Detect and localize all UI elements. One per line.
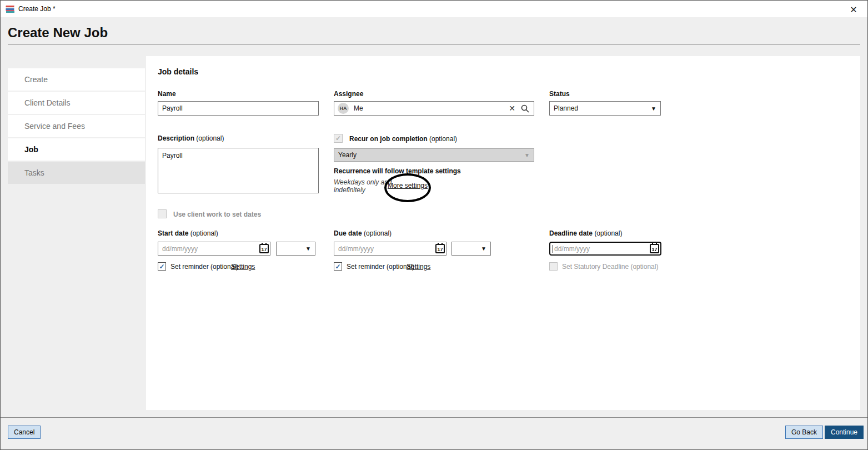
- recur-label-text: Recur on job completion: [349, 135, 428, 143]
- chevron-down-icon: ▼: [305, 246, 315, 252]
- window-title: Create Job *: [18, 5, 56, 13]
- clear-assignee-icon[interactable]: ✕: [509, 104, 515, 113]
- chevron-down-icon: ▼: [524, 152, 534, 158]
- description-optional-text: (optional): [196, 134, 224, 142]
- calendar-icon[interactable]: 17: [435, 244, 445, 253]
- check-icon: ✓: [335, 263, 340, 270]
- sidebar-item-job[interactable]: Job: [8, 138, 145, 161]
- job-details-panel: Job details Name Assignee Status HA Me ✕…: [146, 56, 860, 410]
- due-date-input[interactable]: [334, 242, 446, 256]
- deadline-date-label: Deadline date (optional): [549, 229, 622, 237]
- name-label: Name: [158, 90, 176, 98]
- recur-label: Recur on job completion (optional): [349, 135, 457, 143]
- assignee-value: Me: [354, 104, 509, 112]
- due-reminder-checkbox[interactable]: ✓: [334, 262, 342, 271]
- page-header: Create New Job: [1, 17, 867, 56]
- description-label-text: Description: [158, 134, 194, 142]
- check-icon: ✓: [335, 135, 341, 142]
- more-settings-link[interactable]: More settings: [388, 182, 428, 189]
- create-job-window: Create Job * ✕ Create New Job Create Cli…: [0, 0, 868, 450]
- start-date-optional-text: (optional): [190, 229, 218, 237]
- close-icon[interactable]: ✕: [847, 3, 860, 16]
- header-divider: [8, 44, 860, 45]
- page-title: Create New Job: [8, 25, 108, 41]
- start-reminder-checkbox[interactable]: ✓: [158, 262, 166, 271]
- sidebar-item-label: Create: [24, 75, 48, 84]
- recur-optional-text: (optional): [429, 135, 457, 143]
- sidebar-item-create[interactable]: Create: [8, 68, 145, 91]
- due-date-label: Due date (optional): [334, 229, 392, 237]
- chevron-down-icon: ▼: [481, 246, 490, 252]
- continue-button[interactable]: Continue: [825, 426, 864, 439]
- due-reminder-label: Set reminder (optional): [347, 263, 414, 271]
- due-reminder-settings-link[interactable]: Settings: [407, 263, 430, 271]
- deadline-date-optional-text: (optional): [594, 229, 622, 237]
- text-caret: [553, 245, 553, 253]
- recurrence-note: Recurrence will follow template settings: [334, 167, 461, 175]
- due-time-dropdown[interactable]: ▼: [451, 242, 491, 256]
- chevron-down-icon: ▼: [651, 106, 660, 112]
- recur-frequency-value: Yearly: [334, 151, 524, 159]
- start-date-label: Start date (optional): [158, 229, 218, 237]
- app-icon: [6, 4, 15, 13]
- start-date-input[interactable]: [158, 242, 270, 256]
- description-textarea[interactable]: Payroll: [158, 148, 319, 193]
- recur-checkbox: ✓: [334, 134, 343, 143]
- name-input[interactable]: [158, 101, 319, 116]
- sidebar-item-client-details[interactable]: Client Details: [8, 92, 145, 114]
- recurrence-details-line1: Weekdays only and: [334, 178, 392, 186]
- cancel-button[interactable]: Cancel: [8, 426, 41, 439]
- status-value: Planned: [550, 104, 651, 112]
- calendar-icon[interactable]: 17: [259, 244, 269, 253]
- start-date-label-text: Start date: [158, 229, 188, 237]
- start-reminder-label: Set reminder (optional): [170, 263, 238, 271]
- due-date-label-text: Due date: [334, 229, 362, 237]
- sidebar-item-label: Service and Fees: [24, 122, 85, 131]
- sidebar-item-label: Tasks: [24, 168, 44, 177]
- statutory-deadline-label: Set Statutory Deadline (optional): [562, 263, 658, 271]
- deadline-date-label-text: Deadline date: [549, 229, 593, 237]
- footer-divider: [1, 417, 867, 418]
- start-time-dropdown[interactable]: ▼: [276, 242, 315, 256]
- sidebar-item-service-and-fees[interactable]: Service and Fees: [8, 115, 145, 137]
- sidebar-item-label: Client Details: [24, 98, 70, 107]
- section-title: Job details: [158, 67, 198, 76]
- status-dropdown[interactable]: Planned ▼: [549, 101, 661, 116]
- go-back-button[interactable]: Go Back: [785, 426, 823, 439]
- statutory-deadline-checkbox: [549, 262, 558, 271]
- recurrence-details-line2: indefinitely: [334, 186, 365, 194]
- assignee-avatar: HA: [338, 103, 349, 114]
- deadline-date-input[interactable]: [549, 242, 661, 256]
- titlebar: Create Job * ✕: [1, 1, 867, 17]
- assignee-field[interactable]: HA Me ✕: [334, 101, 534, 116]
- start-reminder-settings-link[interactable]: Settings: [231, 263, 255, 271]
- due-date-optional-text: (optional): [364, 229, 392, 237]
- status-label: Status: [549, 90, 570, 98]
- sidebar-item-label: Job: [24, 145, 38, 154]
- calendar-icon[interactable]: 17: [650, 244, 659, 253]
- search-icon[interactable]: [521, 104, 529, 113]
- recur-frequency-dropdown: Yearly ▼: [334, 148, 534, 162]
- use-client-work-checkbox: [158, 209, 167, 218]
- check-icon: ✓: [159, 263, 164, 270]
- description-label: Description (optional): [158, 134, 224, 142]
- sidebar-item-tasks: Tasks: [8, 162, 145, 184]
- assignee-label: Assignee: [334, 90, 363, 98]
- use-client-work-label: Use client work to set dates: [173, 211, 261, 218]
